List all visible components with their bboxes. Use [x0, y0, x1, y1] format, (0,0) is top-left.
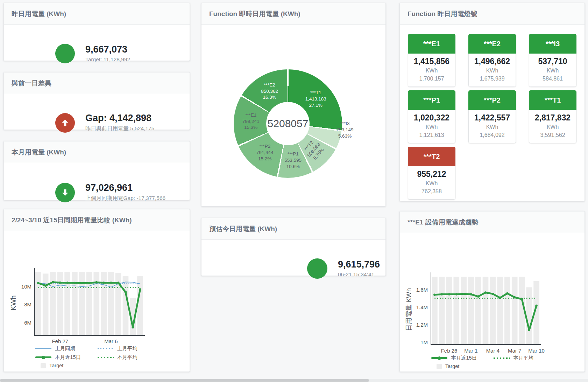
- series-point: [139, 288, 141, 291]
- status-circle-green-icon: [307, 258, 327, 279]
- kpi-subtext: Target: 11,128,992: [85, 56, 130, 63]
- status-tile: ***T2955,212KWh762,358: [408, 147, 455, 200]
- kpi-block: 9,667,073 Target: 11,128,992: [85, 44, 130, 63]
- legend-item[interactable]: 上月平均: [98, 345, 137, 352]
- series-point: [102, 282, 105, 284]
- series-point: [470, 293, 472, 296]
- target-bar: [432, 277, 438, 345]
- tile-header: ***P1: [408, 90, 455, 110]
- card-header: 本月用電量 (KWh): [4, 141, 190, 163]
- series-point: [462, 293, 465, 295]
- card-body: 1M1.2M1.4M1.6MFeb 26Mar 1Mar 4Mar 7Mar 1…: [400, 233, 585, 371]
- legend-item[interactable]: Target: [35, 363, 63, 368]
- status-tile: ***E21,496,662KWh1,675,939: [468, 34, 516, 87]
- tile-target-value: 1,675,939: [469, 75, 515, 83]
- kpi-timestamp: 06-21 15:34:41: [338, 271, 380, 278]
- trend-line-chart[interactable]: 1M1.2M1.4M1.6MFeb 26Mar 1Mar 4Mar 7Mar 1…: [400, 268, 561, 357]
- target-bar: [468, 277, 474, 345]
- target-bar: [504, 277, 510, 345]
- legend-row: 本月近15日本月平均: [35, 354, 137, 361]
- series-point: [441, 293, 443, 296]
- card-header: 昨日用電量 (KWh): [4, 3, 190, 25]
- x-tick-label: Mar 1: [464, 348, 477, 354]
- card-header: ***E1 設備用電達成趨勢: [400, 211, 585, 233]
- status-tile: ***T12,817,832KWh3,591,562: [529, 90, 576, 143]
- card-header: 與前一日差異: [4, 72, 190, 94]
- series-point: [73, 282, 76, 284]
- compare-line-chart[interactable]: 6M8M10MFeb 27Mar 6KWh: [4, 265, 161, 347]
- legend-label: 本月近15日: [451, 355, 477, 361]
- y-tick-label: 1.4M: [416, 304, 428, 310]
- tile-body: 537,710KWh584,861: [529, 54, 576, 87]
- target-bar: [439, 277, 445, 345]
- target-bar: [490, 277, 496, 345]
- status-tile: ***E11,415,856KWh1,700,157: [408, 34, 455, 87]
- card-title: ***E1 設備用電達成趨勢: [408, 218, 479, 227]
- donut-slice-label: ***E2850,36216.3%: [261, 82, 278, 100]
- target-swatch-icon: [437, 364, 442, 369]
- tile-body: 1,422,557KWh1,684,092: [468, 110, 516, 143]
- donut-slice-label: ***P1553,59510.6%: [284, 151, 302, 169]
- legend-row: 上月同期上月平均: [35, 345, 137, 352]
- series-point: [528, 329, 531, 332]
- tile-header: ***E2: [468, 34, 516, 54]
- tile-value: 2,817,832: [530, 112, 575, 123]
- series-point: [110, 282, 112, 284]
- status-circle-green-icon: [55, 44, 75, 63]
- y-tick-label: 6M: [24, 320, 31, 326]
- legend-row: Target: [431, 363, 533, 369]
- legend-label: 上月平均: [117, 345, 137, 352]
- tile-target-value: 1,121,613: [409, 131, 454, 139]
- tile-target-value: 762,358: [409, 187, 454, 195]
- legend-item[interactable]: Target: [431, 363, 459, 369]
- target-bar: [461, 277, 467, 345]
- card-title: 2/24~3/10 近15日同期用電量比較 (KWh): [12, 216, 132, 225]
- series-point: [117, 282, 120, 284]
- y-tick-label: 8M: [24, 301, 31, 307]
- series-point: [44, 284, 47, 287]
- y-tick-label: 1M: [420, 339, 428, 345]
- tile-unit: KWh: [530, 123, 575, 131]
- trend-chart-legend: 本月近15日本月平均Target: [431, 355, 533, 371]
- legend-row: 本月近15日本月平均: [431, 355, 533, 361]
- y-tick-label: 1.2M: [416, 322, 428, 328]
- target-bar: [108, 272, 114, 335]
- target-bar: [72, 272, 78, 335]
- series-point: [433, 294, 436, 296]
- tile-value: 1,496,662: [469, 56, 515, 67]
- series-point: [52, 281, 54, 284]
- target-bar: [483, 277, 489, 345]
- energy-dashboard: 昨日用電量 (KWh) 9,667,073 Target: 11,128,992…: [0, 0, 588, 382]
- target-bar: [43, 273, 49, 335]
- card-header: 2/24~3/10 近15日同期用電量比較 (KWh): [4, 209, 190, 231]
- legend-item[interactable]: 本月近15日: [35, 354, 98, 361]
- tile-target-value: 1,700,157: [409, 75, 454, 83]
- tile-target-value: 584,861: [530, 75, 575, 83]
- status-tile: ***P21,422,557KWh1,684,092: [468, 90, 516, 143]
- card-e1-trend-chart: ***E1 設備用電達成趨勢 1M1.2M1.4M1.6MFeb 26Mar 1…: [399, 211, 585, 372]
- legend-item[interactable]: 本月平均: [494, 355, 533, 361]
- donut-chart[interactable]: 5208057***T11,413,18327.1%***I3293,1495.…: [201, 25, 385, 206]
- legend-item[interactable]: 上月同期: [35, 345, 98, 352]
- card-title: 本月用電量 (KWh): [12, 148, 66, 157]
- tile-value: 955,212: [409, 169, 454, 179]
- compare-chart-legend: 上月同期上月平均本月近15日本月平均Target: [35, 345, 137, 370]
- series-point: [492, 293, 494, 295]
- card-realtime-donut: Function 即時日用電量 (KWh) 5208057***T11,413,…: [201, 3, 386, 207]
- dashline-swatch-icon: [98, 348, 114, 349]
- donut-slice-label: ***P2791,44415.2%: [256, 143, 274, 162]
- scrollbar-thumb[interactable]: [0, 379, 369, 382]
- card-header: 預估今日用電量 (KWh): [201, 218, 385, 240]
- tile-target-value: 1,684,092: [469, 131, 515, 139]
- arrow-up-circle-icon: [55, 113, 75, 133]
- tile-body: 955,212KWh762,358: [408, 166, 455, 200]
- legend-item[interactable]: 本月近15日: [431, 355, 494, 361]
- legend-row: Target: [35, 363, 137, 368]
- series-point: [477, 296, 480, 298]
- card-compare-chart: 2/24~3/10 近15日同期用電量比較 (KWh) 6M8M10MFeb 2…: [3, 209, 190, 372]
- horizontal-scrollbar[interactable]: [0, 379, 588, 382]
- series-point: [455, 293, 458, 296]
- legend-item[interactable]: 本月平均: [98, 354, 137, 361]
- target-bar: [446, 277, 452, 345]
- series-point: [37, 282, 40, 284]
